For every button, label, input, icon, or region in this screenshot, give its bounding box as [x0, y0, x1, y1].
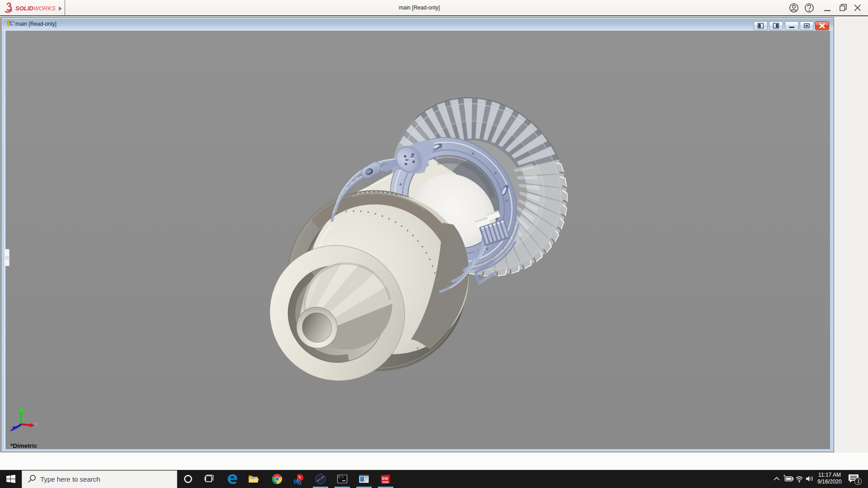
svg-text:*Dimetric: *Dimetric [10, 442, 38, 449]
svg-text:C:\: C:\ [339, 476, 344, 479]
svg-text:1: 1 [857, 479, 860, 484]
svg-text:x: x [35, 422, 37, 427]
svg-text:2020: 2020 [382, 480, 389, 483]
svg-text:SOLIDWORKS: SOLIDWORKS [15, 5, 56, 12]
